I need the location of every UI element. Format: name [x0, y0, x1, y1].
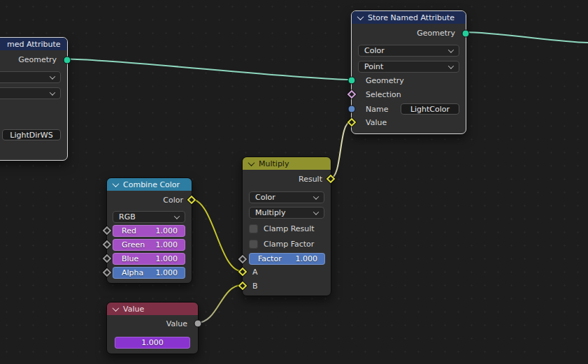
data-type-dropdown[interactable]: Color — [358, 45, 459, 57]
output-row-value: Value — [114, 318, 187, 329]
node-header[interactable]: med Attribute — [0, 38, 67, 50]
chevron-down-icon — [174, 213, 180, 219]
chevron-down-icon — [448, 47, 454, 52]
node-combine-color[interactable]: Combine Color Color RGB Red 1.000 Green … — [106, 177, 192, 284]
link-combine-to-a[interactable] — [191, 199, 242, 271]
input-row-b: B — [252, 280, 258, 291]
data-type-dropdown[interactable]: Color — [249, 191, 324, 203]
collapse-chevron-icon[interactable] — [248, 159, 255, 166]
output-row-geometry: Geometry — [0, 54, 57, 65]
operation-dropdown[interactable]: Multiply — [249, 207, 324, 219]
node-value[interactable]: Value Value 1.000 — [106, 302, 199, 354]
blue-slider[interactable]: Blue 1.000 — [113, 253, 185, 265]
link-store-geometry-out[interactable] — [465, 32, 588, 43]
green-slider[interactable]: Green 1.000 — [113, 239, 185, 251]
chevron-down-icon — [50, 89, 55, 95]
link-value-to-b[interactable] — [197, 285, 242, 323]
geometry-output-socket[interactable] — [462, 29, 470, 37]
node-title: med Attribute — [7, 40, 61, 49]
domain-dropdown[interactable]: Point — [358, 61, 459, 73]
node-header[interactable]: Value — [107, 303, 198, 315]
chevron-down-icon — [448, 63, 454, 68]
link-geometry-left-to-store[interactable] — [67, 59, 352, 80]
chevron-down-icon — [50, 73, 55, 79]
node-title: Store Named Attribute — [368, 13, 454, 22]
node-title: Multiply — [259, 159, 289, 168]
chevron-down-icon — [313, 209, 319, 214]
node-header[interactable]: Multiply — [243, 157, 331, 170]
name-text-field[interactable]: LightDirWS — [2, 129, 61, 140]
mode-dropdown[interactable]: RGB — [113, 211, 185, 223]
factor-slider[interactable]: Factor 1.000 — [249, 253, 325, 265]
chevron-down-icon — [313, 194, 319, 199]
node-multiply[interactable]: Multiply Result Color Multiply Clamp Res… — [242, 156, 331, 296]
collapse-chevron-icon[interactable] — [113, 180, 120, 187]
geometry-output-socket[interactable] — [64, 56, 71, 64]
input-row-selection: Selection — [366, 89, 401, 100]
geometry-input-socket[interactable] — [348, 77, 356, 85]
red-slider[interactable]: Red 1.000 — [113, 225, 185, 237]
checkbox-icon[interactable] — [249, 224, 258, 233]
collapse-chevron-icon[interactable] — [357, 13, 364, 20]
clamp-result-checkbox[interactable]: Clamp Result — [249, 224, 315, 233]
name-input-socket[interactable] — [348, 105, 356, 113]
output-row-geometry: Geometry — [359, 27, 455, 38]
input-row-name: Name — [366, 103, 388, 115]
output-row-result: Result — [250, 173, 322, 184]
name-text-field[interactable]: LightColor — [401, 103, 459, 115]
output-row-color: Color — [114, 194, 183, 205]
node-store-named-attribute[interactable]: Store Named Attribute Geometry Color Poi… — [351, 10, 466, 134]
output-label: Geometry — [18, 55, 57, 64]
node-header[interactable]: Combine Color — [107, 178, 192, 191]
output-label: Geometry — [417, 29, 455, 38]
node-title: Value — [123, 305, 144, 314]
node-editor-canvas[interactable]: med Attribute Geometry LightDirWS Store … — [0, 0, 588, 364]
link-result-to-value[interactable] — [331, 122, 352, 178]
output-label: Result — [299, 175, 322, 184]
node-header[interactable]: Store Named Attribute — [352, 11, 466, 24]
node-store-named-attribute-left[interactable]: med Attribute Geometry LightDirWS — [0, 37, 68, 161]
value-output-socket[interactable] — [194, 320, 202, 328]
input-row-a: A — [252, 266, 258, 277]
value-number-field[interactable]: 1.000 — [115, 337, 190, 349]
input-row-geometry: Geometry — [366, 75, 404, 86]
checkbox-icon[interactable] — [249, 240, 258, 249]
output-label: Value — [166, 319, 187, 328]
node-title: Combine Color — [123, 180, 180, 189]
domain-dropdown[interactable] — [0, 87, 61, 99]
data-type-dropdown[interactable] — [0, 71, 61, 83]
clamp-factor-checkbox[interactable]: Clamp Factor — [249, 240, 314, 249]
collapse-chevron-icon[interactable] — [113, 305, 120, 312]
output-label: Color — [163, 196, 183, 205]
input-row-value: Value — [366, 117, 387, 128]
alpha-slider[interactable]: Alpha 1.000 — [113, 267, 185, 279]
